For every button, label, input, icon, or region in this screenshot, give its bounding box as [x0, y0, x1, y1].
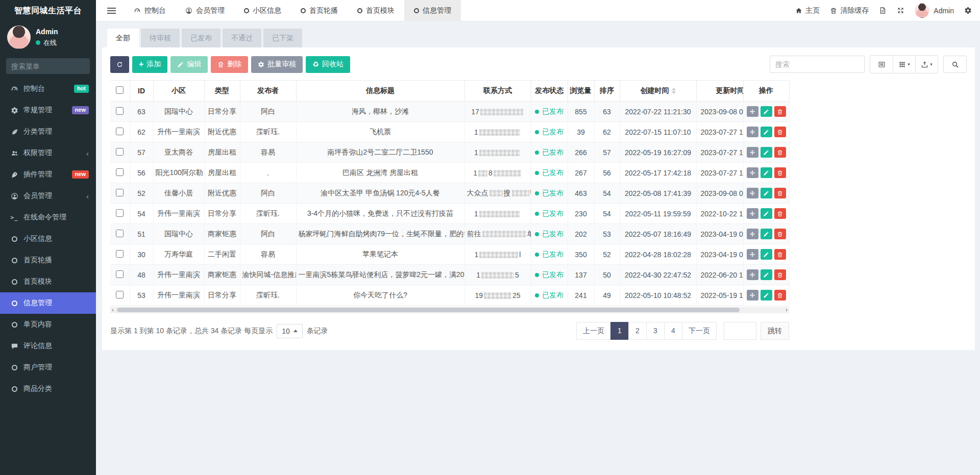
clear-cache-link[interactable]: 清除缓存 — [830, 6, 869, 15]
row-delete-button[interactable] — [774, 229, 786, 239]
row-delete-button[interactable] — [774, 167, 786, 178]
row-edit-button[interactable] — [761, 208, 772, 219]
columns-button[interactable]: ▾ — [893, 56, 915, 73]
row-checkbox[interactable] — [116, 209, 124, 217]
move-button[interactable] — [747, 167, 758, 178]
row-checkbox[interactable] — [116, 148, 124, 156]
horizontal-scrollbar[interactable]: ‹ › — [110, 307, 789, 313]
document-button[interactable] — [879, 7, 887, 14]
scroll-right-icon[interactable]: › — [786, 307, 788, 313]
row-edit-button[interactable] — [761, 188, 772, 198]
column-header-创建时间[interactable]: 创建时间 — [620, 81, 696, 102]
move-button[interactable] — [747, 188, 758, 198]
sidebar-item-信息管理[interactable]: 信息管理 — [0, 292, 96, 314]
sidebar-item-插件管理[interactable]: 插件管理new — [0, 164, 96, 185]
scrollbar-thumb[interactable] — [117, 308, 740, 312]
sort-icon[interactable] — [672, 88, 676, 94]
filter-tab-不通过[interactable]: 不通过 — [223, 29, 261, 47]
detail-view-button[interactable] — [870, 56, 893, 73]
row-edit-button[interactable] — [761, 106, 772, 117]
row-edit-button[interactable] — [761, 249, 772, 260]
sidebar-item-首页模块[interactable]: 首页模块 — [0, 271, 96, 292]
settings-button[interactable] — [964, 7, 972, 14]
sidebar-item-商户管理[interactable]: 商户管理 — [0, 357, 96, 378]
add-button[interactable]: +添加 — [132, 56, 167, 73]
sidebar-item-分类管理[interactable]: 分类管理 — [0, 121, 96, 142]
move-button[interactable] — [747, 147, 758, 158]
move-button[interactable] — [747, 106, 758, 117]
row-delete-button[interactable] — [774, 106, 786, 117]
topnav-tab-小区信息[interactable]: 小区信息 — [234, 0, 291, 21]
topnav-tab-会员管理[interactable]: 会员管理 — [176, 0, 234, 21]
row-edit-button[interactable] — [761, 269, 772, 280]
row-delete-button[interactable] — [774, 188, 786, 198]
home-link[interactable]: 主页 — [795, 6, 820, 15]
row-checkbox[interactable] — [116, 168, 124, 176]
refresh-button[interactable] — [110, 56, 129, 73]
row-checkbox[interactable] — [116, 107, 124, 115]
row-delete-button[interactable] — [774, 269, 786, 280]
move-button[interactable] — [747, 127, 758, 137]
sidebar-item-会员管理[interactable]: 会员管理‹ — [0, 185, 96, 207]
page-button-1[interactable]: 1 — [610, 322, 629, 340]
page-button-3[interactable]: 3 — [646, 322, 665, 340]
scroll-left-icon[interactable]: ‹ — [112, 307, 114, 313]
topnav-tab-控制台[interactable]: 控制台 — [124, 0, 176, 21]
move-button[interactable] — [747, 208, 758, 219]
prev-page-button[interactable]: 上一页 — [576, 322, 611, 340]
sidebar-item-评论信息[interactable]: 评论信息 — [0, 335, 96, 357]
search-submit-button[interactable] — [943, 56, 967, 73]
row-delete-button[interactable] — [774, 249, 786, 260]
edit-button[interactable]: 编辑 — [170, 56, 208, 73]
row-checkbox[interactable] — [116, 230, 124, 237]
row-checkbox[interactable] — [116, 291, 124, 298]
row-checkbox[interactable] — [116, 189, 124, 196]
page-button-4[interactable]: 4 — [664, 322, 682, 340]
app-logo[interactable]: 智慧同城生活平台 — [0, 0, 96, 21]
move-button[interactable] — [747, 229, 758, 239]
column-header-浏览量[interactable]: 浏览量 — [568, 81, 594, 102]
filter-tab-全部[interactable]: 全部 — [107, 29, 139, 47]
fullscreen-button[interactable] — [897, 7, 904, 14]
select-all-checkbox[interactable] — [116, 86, 124, 94]
user-menu[interactable]: Admin — [915, 3, 954, 18]
jump-button[interactable]: 跳转 — [761, 322, 789, 340]
sidebar-item-单页内容[interactable]: 单页内容 — [0, 314, 96, 335]
sidebar-item-在线命令管理[interactable]: >_在线命令管理 — [0, 207, 96, 228]
row-delete-button[interactable] — [774, 208, 786, 219]
batch-audit-button[interactable]: 批量审核 — [251, 56, 303, 73]
sidebar-item-首页轮播[interactable]: 首页轮播 — [0, 249, 96, 271]
move-button[interactable] — [747, 269, 758, 280]
user-avatar[interactable] — [7, 26, 31, 49]
topnav-tab-首页轮播[interactable]: 首页轮播 — [291, 0, 348, 21]
filter-tab-已下架[interactable]: 已下架 — [263, 29, 302, 47]
sidebar-search-input[interactable] — [11, 62, 104, 70]
row-checkbox[interactable] — [116, 250, 124, 258]
sidebar-item-小区信息[interactable]: 小区信息 — [0, 228, 96, 249]
move-button[interactable] — [747, 290, 758, 301]
export-button[interactable]: ▾ — [915, 56, 938, 73]
row-checkbox[interactable] — [116, 270, 124, 278]
row-edit-button[interactable] — [761, 147, 772, 158]
page-size-select[interactable]: 10 — [277, 324, 303, 338]
next-page-button[interactable]: 下一页 — [682, 322, 717, 340]
row-edit-button[interactable] — [761, 229, 772, 239]
recycle-bin-button[interactable]: ♻回收站 — [306, 56, 350, 73]
row-edit-button[interactable] — [761, 127, 772, 137]
row-delete-button[interactable] — [774, 127, 786, 137]
sidebar-item-控制台[interactable]: 控制台hot — [0, 78, 96, 99]
sidebar-item-商品分类[interactable]: 商品分类 — [0, 378, 96, 399]
sidebar-toggle-button[interactable] — [99, 0, 124, 21]
filter-tab-待审核[interactable]: 待审核 — [141, 29, 180, 47]
row-edit-button[interactable] — [761, 167, 772, 178]
row-edit-button[interactable] — [761, 290, 772, 301]
move-button[interactable] — [747, 249, 758, 260]
row-delete-button[interactable] — [774, 290, 786, 301]
topnav-tab-首页模块[interactable]: 首页模块 — [348, 0, 404, 21]
sidebar-item-权限管理[interactable]: 权限管理‹ — [0, 142, 96, 164]
sidebar-item-常规管理[interactable]: 常规管理new — [0, 99, 96, 121]
table-search-input[interactable] — [770, 56, 865, 73]
delete-button[interactable]: 删除 — [211, 56, 248, 73]
topnav-tab-信息管理[interactable]: 信息管理 — [404, 0, 461, 21]
row-checkbox[interactable] — [116, 128, 124, 135]
